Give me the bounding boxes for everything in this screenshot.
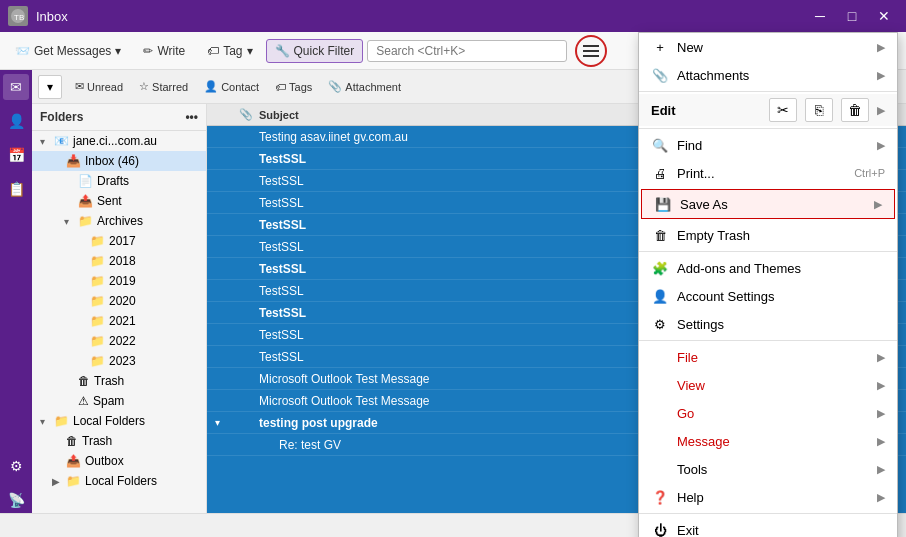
menu-item-label: Settings <box>677 317 885 332</box>
edit-arrow: ▶ <box>877 104 885 117</box>
menu-item-label: Find <box>677 138 869 153</box>
copy-button[interactable]: ⎘ <box>805 98 833 122</box>
menu-item-icon: 🗑 <box>651 226 669 244</box>
menu-item-label: File <box>677 350 869 365</box>
menu-item-label: Go <box>677 406 869 421</box>
menu-divider <box>639 91 897 92</box>
menu-divider <box>639 251 897 252</box>
menu-item-exit[interactable]: ⏻ Exit <box>639 516 897 537</box>
menu-arrow: ▶ <box>877 407 885 420</box>
menu-arrow: ▶ <box>877 69 885 82</box>
menu-arrow: ▶ <box>877 463 885 476</box>
menu-item-print[interactable]: 🖨 Print... Ctrl+P <box>639 159 897 187</box>
menu-item-label: New <box>677 40 869 55</box>
menu-item-icon: 🖨 <box>651 164 669 182</box>
menu-item-message[interactable]: Message ▶ <box>639 427 897 455</box>
menu-item-label: Print... <box>677 166 846 181</box>
menu-item-view[interactable]: View ▶ <box>639 371 897 399</box>
menu-arrow: ▶ <box>874 198 882 211</box>
menu-divider <box>639 513 897 514</box>
menu-arrow: ▶ <box>877 351 885 364</box>
menu-item-file[interactable]: File ▶ <box>639 343 897 371</box>
menu-item-attachments[interactable]: 📎 Attachments ▶ <box>639 61 897 89</box>
menu-item-tools[interactable]: Tools ▶ <box>639 455 897 483</box>
menu-item-go[interactable]: Go ▶ <box>639 399 897 427</box>
menu-item-addons[interactable]: 🧩 Add-ons and Themes <box>639 254 897 282</box>
menu-item-accountsettings[interactable]: 👤 Account Settings <box>639 282 897 310</box>
menu-item-label: Help <box>677 490 869 505</box>
menu-item-icon <box>651 460 669 478</box>
menu-item-label: Account Settings <box>677 289 885 304</box>
menu-item-find[interactable]: 🔍 Find ▶ <box>639 131 897 159</box>
menu-item-label: Add-ons and Themes <box>677 261 885 276</box>
menu-item-icon: 🔍 <box>651 136 669 154</box>
menu-item-label: Exit <box>677 523 885 538</box>
menu-edit-section: Edit ✂ ⎘ 🗑 ▶ <box>639 94 897 126</box>
menu-item-label: Attachments <box>677 68 869 83</box>
menu-arrow: ▶ <box>877 41 885 54</box>
menu-item-label: Message <box>677 434 869 449</box>
menu-divider <box>639 128 897 129</box>
menu-arrow: ▶ <box>877 491 885 504</box>
menu-arrow: ▶ <box>877 435 885 448</box>
menu-item-icon: 💾 <box>654 195 672 213</box>
dropdown-menu: + New ▶ 📎 Attachments ▶ Edit ✂ ⎘ 🗑 ▶ 🔍 F… <box>638 32 898 537</box>
menu-item-icon <box>651 432 669 450</box>
menu-item-icon <box>651 404 669 422</box>
menu-item-help[interactable]: ❓ Help ▶ <box>639 483 897 511</box>
menu-item-label: Save As <box>680 197 866 212</box>
menu-item-icon: 🧩 <box>651 259 669 277</box>
menu-item-icon: 📎 <box>651 66 669 84</box>
menu-item-icon: 👤 <box>651 287 669 305</box>
menu-item-label: Empty Trash <box>677 228 885 243</box>
menu-item-new[interactable]: + New ▶ <box>639 33 897 61</box>
menu-item-icon <box>651 348 669 366</box>
menu-arrow: ▶ <box>877 139 885 152</box>
menu-divider <box>639 340 897 341</box>
cut-button[interactable]: ✂ <box>769 98 797 122</box>
delete-button[interactable]: 🗑 <box>841 98 869 122</box>
menu-item-icon <box>651 376 669 394</box>
menu-item-emptytrash[interactable]: 🗑 Empty Trash <box>639 221 897 249</box>
menu-item-icon: ❓ <box>651 488 669 506</box>
menu-shortcut: Ctrl+P <box>854 167 885 179</box>
menu-item-label: View <box>677 378 869 393</box>
menu-item-icon: ⚙ <box>651 315 669 333</box>
menu-arrow: ▶ <box>877 379 885 392</box>
menu-item-settings[interactable]: ⚙ Settings <box>639 310 897 338</box>
menu-item-icon: ⏻ <box>651 521 669 537</box>
menu-item-saveas[interactable]: 💾 Save As ▶ <box>641 189 895 219</box>
menu-item-icon: + <box>651 38 669 56</box>
menu-item-label: Tools <box>677 462 869 477</box>
edit-label: Edit <box>651 103 761 118</box>
